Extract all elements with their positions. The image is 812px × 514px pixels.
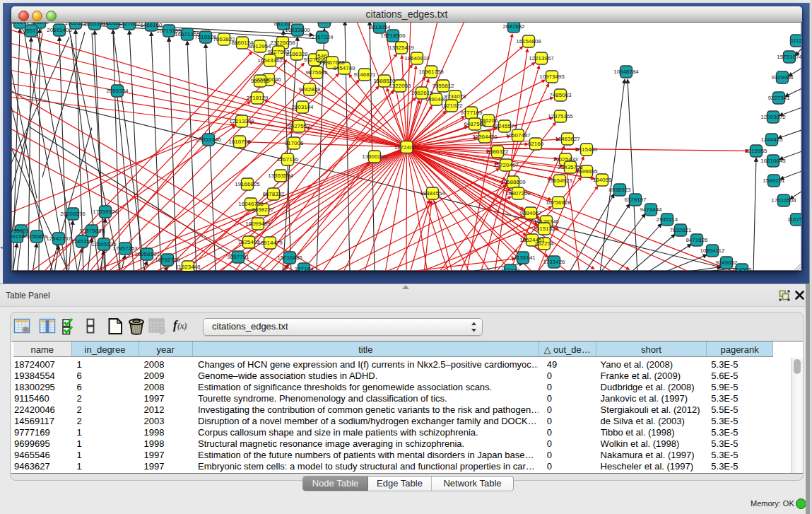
svg-text:8471626: 8471626 xyxy=(686,237,708,243)
svg-text:39154: 39154 xyxy=(11,233,25,240)
svg-text:16210643: 16210643 xyxy=(760,158,786,164)
svg-text:1145154: 1145154 xyxy=(71,238,93,245)
svg-text:1610755: 1610755 xyxy=(228,139,251,145)
svg-text:12375165: 12375165 xyxy=(548,113,573,119)
svg-text:2986322: 2986322 xyxy=(486,148,509,155)
svg-text:1569291: 1569291 xyxy=(763,177,785,184)
svg-text:19166825: 19166825 xyxy=(235,181,260,187)
svg-text:16961758: 16961758 xyxy=(418,69,444,75)
svg-text:1322053: 1322053 xyxy=(389,83,411,89)
svg-text:9498222: 9498222 xyxy=(252,206,274,213)
svg-text:924565: 924565 xyxy=(733,267,752,271)
svg-text:9242848: 9242848 xyxy=(298,86,321,93)
svg-text:23226058: 23226058 xyxy=(270,40,295,46)
svg-text:9699695: 9699695 xyxy=(575,168,598,175)
svg-text:10648784: 10648784 xyxy=(613,69,639,75)
svg-text:8813054: 8813054 xyxy=(368,24,391,30)
svg-text:12213967: 12213967 xyxy=(529,55,554,62)
svg-text:2055713: 2055713 xyxy=(20,28,42,34)
svg-text:20691406: 20691406 xyxy=(47,27,72,33)
svg-text:9227341: 9227341 xyxy=(767,95,790,101)
svg-text:16099489: 16099489 xyxy=(245,221,271,227)
svg-text:1962615: 1962615 xyxy=(411,90,433,96)
svg-text:1733426: 1733426 xyxy=(543,259,565,265)
svg-text:10756928: 10756928 xyxy=(546,199,571,206)
svg-text:18640910: 18640910 xyxy=(404,55,430,62)
svg-text:2935114: 2935114 xyxy=(657,216,678,223)
svg-text:9474444: 9474444 xyxy=(640,206,662,213)
svg-text:1615132: 1615132 xyxy=(533,226,555,232)
svg-text:88130: 88130 xyxy=(317,23,333,25)
svg-text:15716485: 15716485 xyxy=(277,255,302,261)
svg-text:9734078: 9734078 xyxy=(444,93,466,100)
svg-text:15751074: 15751074 xyxy=(777,54,801,60)
svg-text:16154808: 16154808 xyxy=(516,38,541,45)
svg-text:16782759: 16782759 xyxy=(155,257,180,263)
svg-text:8454749: 8454749 xyxy=(333,65,355,71)
svg-text:2718129: 2718129 xyxy=(246,95,269,101)
svg-text:16914479: 16914479 xyxy=(257,240,283,246)
svg-text:14136141: 14136141 xyxy=(510,255,536,261)
svg-text:157164: 157164 xyxy=(295,266,314,271)
svg-text:62160: 62160 xyxy=(528,141,544,147)
svg-text:1244415: 1244415 xyxy=(760,136,783,143)
svg-text:19384554: 19384554 xyxy=(420,190,445,197)
svg-text:989015: 989015 xyxy=(251,78,270,84)
svg-text:9146821: 9146821 xyxy=(353,71,376,78)
svg-text:9777169: 9777169 xyxy=(460,110,483,116)
svg-text:10975887: 10975887 xyxy=(79,228,105,234)
svg-text:164095: 164095 xyxy=(593,177,612,183)
svg-text:17010504: 17010504 xyxy=(771,197,796,204)
svg-text:9427552: 9427552 xyxy=(288,123,310,129)
svg-text:16033809: 16033809 xyxy=(285,27,310,33)
svg-text:2687682: 2687682 xyxy=(502,23,525,30)
svg-text:18807209: 18807209 xyxy=(505,190,531,197)
svg-text:18724007: 18724007 xyxy=(394,144,420,151)
svg-text:917006: 917006 xyxy=(285,140,304,146)
svg-text:405571: 405571 xyxy=(11,23,30,25)
svg-text:18245574: 18245574 xyxy=(492,123,517,129)
svg-text:9884067: 9884067 xyxy=(519,210,542,216)
svg-text:7485063: 7485063 xyxy=(549,92,572,98)
svg-text:6487568: 6487568 xyxy=(464,121,486,127)
svg-text:20206576: 20206576 xyxy=(60,211,86,217)
svg-text:10688609: 10688609 xyxy=(500,179,526,185)
svg-text:13325419: 13325419 xyxy=(389,45,414,51)
svg-text:8215955: 8215955 xyxy=(745,148,767,154)
svg-text:19218506: 19218506 xyxy=(380,33,406,39)
svg-text:2803144: 2803144 xyxy=(291,104,314,110)
svg-text:1621022: 1621022 xyxy=(440,103,463,109)
svg-text:12093872: 12093872 xyxy=(760,114,786,120)
svg-text:252254: 252254 xyxy=(535,240,554,247)
svg-text:10973493: 10973493 xyxy=(539,74,565,80)
svg-text:2055334: 2055334 xyxy=(106,88,129,94)
svg-text:21364456: 21364456 xyxy=(472,134,498,140)
svg-text:8938923: 8938923 xyxy=(608,187,631,193)
svg-text:9329966: 9329966 xyxy=(771,74,794,81)
svg-text:9857791: 9857791 xyxy=(227,254,249,260)
svg-text:7357224: 7357224 xyxy=(311,34,334,40)
svg-text:29053346: 29053346 xyxy=(196,136,221,143)
svg-text:10507487: 10507487 xyxy=(505,132,531,139)
svg-text:19654923: 19654923 xyxy=(547,177,572,184)
svg-text:12213349: 12213349 xyxy=(229,118,254,124)
svg-text:6379197: 6379197 xyxy=(624,197,647,203)
svg-text:7632621: 7632621 xyxy=(669,227,692,233)
svg-text:16463627: 16463627 xyxy=(555,136,580,142)
svg-text:11923448: 11923448 xyxy=(176,264,201,270)
svg-text:12942757: 12942757 xyxy=(46,235,71,242)
svg-text:10025433: 10025433 xyxy=(553,156,578,163)
svg-text:116753: 116753 xyxy=(787,216,801,223)
svg-text:305572: 305572 xyxy=(30,23,49,25)
svg-text:17359924: 17359924 xyxy=(93,209,118,215)
svg-text:16543362: 16543362 xyxy=(257,57,283,64)
svg-text:9875605: 9875605 xyxy=(305,69,328,76)
svg-text:13353594: 13353594 xyxy=(268,173,293,179)
svg-text:1156829: 1156829 xyxy=(26,233,48,240)
svg-text:1527602: 1527602 xyxy=(118,23,141,27)
svg-text:15720407: 15720407 xyxy=(493,162,519,168)
svg-text:8678332: 8678332 xyxy=(262,191,285,197)
svg-text:9115460: 9115460 xyxy=(576,146,598,153)
svg-text:3267130: 3267130 xyxy=(276,156,299,163)
svg-text:13300295: 13300295 xyxy=(362,153,387,160)
